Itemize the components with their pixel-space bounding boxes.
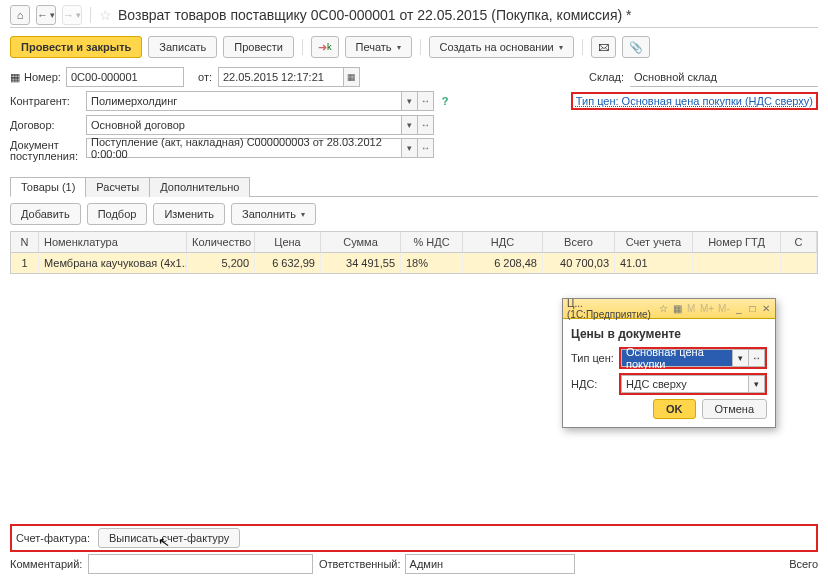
comment-input[interactable] bbox=[88, 554, 313, 574]
post-and-close-button[interactable]: Провести и закрыть bbox=[10, 36, 142, 58]
col-last[interactable]: С bbox=[781, 232, 817, 253]
popup-type-open-icon[interactable]: ↔ bbox=[749, 349, 765, 367]
price-type-link[interactable]: Тип цен: Основная цена покупки (НДС свер… bbox=[576, 95, 813, 109]
contract-open-icon[interactable]: ↔ bbox=[418, 115, 434, 135]
favorite-star-icon[interactable]: ☆ bbox=[99, 7, 112, 23]
popup-type-label: Тип цен: bbox=[571, 352, 619, 364]
col-vat[interactable]: НДС bbox=[463, 232, 543, 253]
print-button[interactable]: Печать▾ bbox=[345, 36, 412, 58]
prices-popup: Ц... (1С:Предприятие) ☆ ▦ M M+ M- _ □ ✕ … bbox=[562, 298, 776, 428]
forward-button[interactable]: →▾ bbox=[62, 5, 82, 25]
col-qty[interactable]: Количество bbox=[187, 232, 255, 253]
col-n[interactable]: N bbox=[11, 232, 39, 253]
popup-close-icon[interactable]: ✕ bbox=[761, 302, 771, 316]
col-sum[interactable]: Сумма bbox=[321, 232, 401, 253]
popup-max-icon[interactable]: □ bbox=[748, 302, 758, 316]
comment-label: Комментарий: bbox=[10, 558, 82, 570]
counterparty-label: Контрагент: bbox=[10, 95, 86, 107]
counterparty-dropdown-icon[interactable]: ▾ bbox=[402, 91, 418, 111]
tab-calc[interactable]: Расчеты bbox=[85, 177, 150, 197]
add-row-button[interactable]: Добавить bbox=[10, 203, 81, 225]
save-button[interactable]: Записать bbox=[148, 36, 217, 58]
tab-extra[interactable]: Дополнительно bbox=[149, 177, 250, 197]
pick-button[interactable]: Подбор bbox=[87, 203, 148, 225]
popup-vat-field[interactable]: НДС сверху bbox=[621, 375, 749, 393]
dt-icon-button[interactable]: ➜k bbox=[311, 36, 339, 58]
popup-fav-icon[interactable]: ☆ bbox=[659, 302, 669, 316]
popup-type-dropdown-icon[interactable]: ▾ bbox=[733, 349, 749, 367]
col-acct[interactable]: Счет учета bbox=[615, 232, 693, 253]
write-invoice-button[interactable]: Выписать счет-фактуру bbox=[98, 528, 240, 548]
col-nomen[interactable]: Номенклатура bbox=[39, 232, 187, 253]
footer-total-label: Всего bbox=[789, 558, 818, 570]
popup-caption: Ц... (1С:Предприятие) bbox=[567, 298, 651, 320]
popup-min-icon[interactable]: _ bbox=[734, 302, 744, 316]
home-button[interactable]: ⌂ bbox=[10, 5, 30, 25]
edit-button[interactable]: Изменить bbox=[153, 203, 225, 225]
number-field[interactable]: 0С00-000001 bbox=[66, 67, 184, 87]
popup-vat-label: НДС: bbox=[571, 378, 619, 390]
counterparty-field[interactable]: Полимерхолдинг bbox=[86, 91, 402, 111]
popup-calc-icon[interactable]: ▦ bbox=[673, 302, 683, 316]
post-button[interactable]: Провести bbox=[223, 36, 294, 58]
counterparty-open-icon[interactable]: ↔ bbox=[418, 91, 434, 111]
create-based-on-button[interactable]: Создать на основании▾ bbox=[429, 36, 574, 58]
popup-cancel-button[interactable]: Отмена bbox=[702, 399, 767, 419]
contract-dropdown-icon[interactable]: ▾ bbox=[402, 115, 418, 135]
page-title: Возврат товаров поставщику 0С00-000001 о… bbox=[118, 7, 632, 23]
receipt-dropdown-icon[interactable]: ▾ bbox=[402, 138, 418, 158]
popup-vat-dropdown-icon[interactable]: ▾ bbox=[749, 375, 765, 393]
from-label: от: bbox=[198, 71, 212, 83]
clip-icon-button[interactable]: 📎 bbox=[622, 36, 650, 58]
tab-goods[interactable]: Товары (1) bbox=[10, 177, 86, 197]
popup-m1-icon[interactable]: M bbox=[686, 302, 696, 316]
contract-label: Договор: bbox=[10, 119, 86, 131]
col-vatp[interactable]: % НДС bbox=[401, 232, 463, 253]
col-gtd[interactable]: Номер ГТД bbox=[693, 232, 781, 253]
col-total[interactable]: Всего bbox=[543, 232, 615, 253]
popup-m2-icon[interactable]: M+ bbox=[700, 302, 714, 316]
contract-field[interactable]: Основной договор bbox=[86, 115, 402, 135]
warehouse-field[interactable]: Основной склад bbox=[630, 67, 818, 87]
doc-icon: ▦ bbox=[10, 71, 24, 84]
attach-icon-button[interactable]: 🖂 bbox=[591, 36, 616, 58]
receipt-label: Документ поступления: bbox=[10, 138, 86, 162]
date-field[interactable]: 22.05.2015 12:17:21 bbox=[218, 67, 344, 87]
popup-title: Цены в документе bbox=[571, 325, 767, 347]
warehouse-label: Склад: bbox=[589, 71, 624, 83]
back-button[interactable]: ←▾ bbox=[36, 5, 56, 25]
responsible-field[interactable]: Админ bbox=[405, 554, 575, 574]
receipt-field[interactable]: Поступление (акт, накладная) С000000003 … bbox=[86, 138, 402, 158]
fill-button[interactable]: Заполнить▾ bbox=[231, 203, 316, 225]
col-price[interactable]: Цена bbox=[255, 232, 321, 253]
counterparty-help-icon[interactable]: ? bbox=[438, 95, 452, 107]
popup-ok-button[interactable]: OK bbox=[653, 399, 696, 419]
popup-price-type-field[interactable]: Основная цена покупки bbox=[621, 349, 733, 367]
receipt-open-icon[interactable]: ↔ bbox=[418, 138, 434, 158]
table-row[interactable]: 1 Мембрана каучуковая (4х1... 5,200 6 63… bbox=[11, 253, 817, 273]
responsible-label: Ответственный: bbox=[319, 558, 401, 570]
date-picker-icon[interactable]: ▦ bbox=[344, 67, 360, 87]
number-label: Номер: bbox=[24, 71, 66, 83]
popup-m3-icon[interactable]: M- bbox=[718, 302, 730, 316]
goods-grid[interactable]: N Номенклатура Количество Цена Сумма % Н… bbox=[10, 231, 818, 274]
invoice-label: Счет-фактура: bbox=[16, 532, 90, 544]
